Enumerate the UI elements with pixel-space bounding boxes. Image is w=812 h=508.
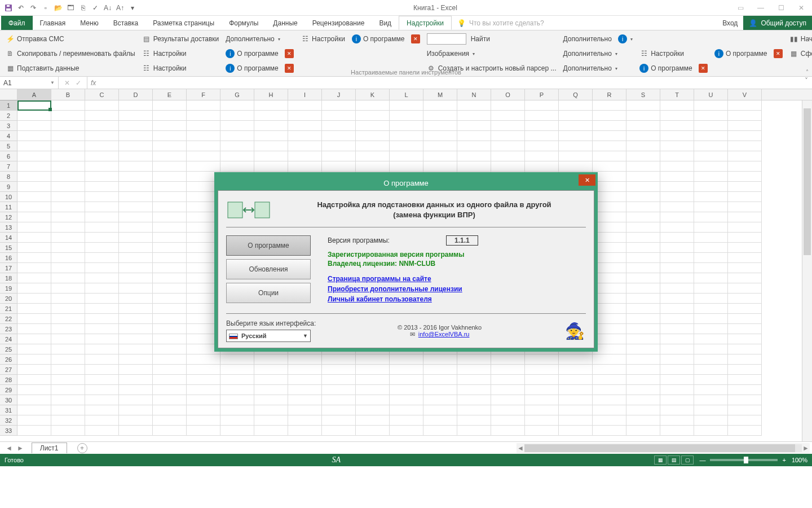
column-headers[interactable]: ABCDEFGHIJKLMNOPQRSTUV [17,89,812,100]
cell[interactable] [491,375,525,385]
cell[interactable] [390,415,423,426]
cell[interactable] [85,314,119,324]
cell[interactable] [728,283,762,294]
form-docs-button[interactable]: ▦Сформировать документы ☷Настройки [787,47,812,60]
cell[interactable] [457,354,491,365]
cell[interactable] [153,304,187,314]
save-icon[interactable] [3,3,14,13]
cell[interactable] [254,121,288,131]
cell[interactable] [593,375,626,385]
cell[interactable] [626,294,660,304]
col-header[interactable]: R [593,89,626,100]
cell[interactable] [187,385,220,395]
cell[interactable] [153,314,187,324]
cell[interactable] [51,375,85,385]
cell[interactable] [390,151,423,161]
cell[interactable] [728,233,762,243]
cell[interactable] [728,141,762,151]
cell[interactable] [85,233,119,243]
cell[interactable] [593,151,626,161]
cell[interactable] [457,426,491,436]
cell[interactable] [559,354,593,365]
cell[interactable] [322,100,356,111]
tab-formulas[interactable]: Формулы [222,16,266,30]
enter-formula-icon[interactable]: ✓ [76,79,81,87]
tab-file[interactable]: Файл [1,16,33,30]
cell[interactable] [153,121,187,131]
row-header[interactable]: 28 [0,375,17,385]
cell[interactable] [728,354,762,365]
cell[interactable] [288,354,322,365]
cell[interactable] [51,426,85,436]
cell[interactable] [322,141,356,151]
col-header[interactable]: I [288,89,322,100]
cell[interactable] [423,365,457,375]
row-header[interactable]: 4 [0,131,17,141]
cell[interactable] [390,100,423,111]
cell[interactable] [694,100,728,111]
cell[interactable] [694,131,728,141]
cell[interactable] [254,405,288,415]
cell[interactable] [660,375,694,385]
cell[interactable] [728,294,762,304]
cell[interactable] [51,253,85,263]
cell[interactable] [356,405,390,415]
cell[interactable] [660,354,694,365]
cell[interactable] [85,100,119,111]
cell[interactable] [728,395,762,405]
cell[interactable] [51,283,85,294]
cell[interactable] [85,161,119,172]
name-box[interactable]: A1▼ [0,77,59,89]
fx-icon[interactable]: fx [87,77,99,89]
cell[interactable] [254,151,288,161]
cell[interactable] [728,426,762,436]
cell[interactable] [728,253,762,263]
cell[interactable] [119,192,153,202]
col-header[interactable]: S [626,89,660,100]
cell[interactable] [356,100,390,111]
cell[interactable] [593,405,626,415]
cell[interactable] [85,344,119,354]
cell[interactable] [119,344,153,354]
cell[interactable] [51,222,85,233]
cell[interactable] [491,141,525,151]
cell[interactable] [694,161,728,172]
cell[interactable] [559,365,593,375]
cell[interactable] [423,395,457,405]
cell[interactable] [187,161,220,172]
cell[interactable] [254,415,288,426]
cell[interactable] [593,395,626,405]
cell[interactable] [85,334,119,344]
cell[interactable] [491,385,525,395]
cell[interactable] [187,121,220,131]
cell[interactable] [17,395,51,405]
cell[interactable] [728,161,762,172]
cell[interactable] [85,111,119,121]
cell[interactable] [153,273,187,283]
cell[interactable] [559,405,593,415]
cell[interactable] [694,263,728,273]
cell[interactable] [220,151,254,161]
cell[interactable] [728,192,762,202]
col-header[interactable]: H [254,89,288,100]
cell[interactable] [153,212,187,222]
cell[interactable] [119,100,153,111]
cell[interactable] [694,324,728,334]
cell[interactable] [187,395,220,405]
cell[interactable] [51,324,85,334]
cell[interactable] [17,273,51,283]
language-select[interactable]: Русский ▼ [226,330,311,342]
cell[interactable] [626,182,660,192]
col-header[interactable]: T [660,89,694,100]
sort-asc-icon[interactable]: A↓ [103,3,113,13]
cell[interactable] [593,131,626,141]
cell[interactable] [187,354,220,365]
sort-desc-icon[interactable]: A↑ [115,3,125,13]
row-header[interactable]: 12 [0,212,17,222]
about-button-1[interactable]: iО программе ✕ [350,33,422,45]
cell[interactable] [119,314,153,324]
dialog-tab-about[interactable]: О программе [226,235,311,256]
cell[interactable] [728,263,762,273]
about-button-4[interactable]: iО программе ✕ [712,47,785,60]
new-icon[interactable]: ▫ [41,3,51,13]
